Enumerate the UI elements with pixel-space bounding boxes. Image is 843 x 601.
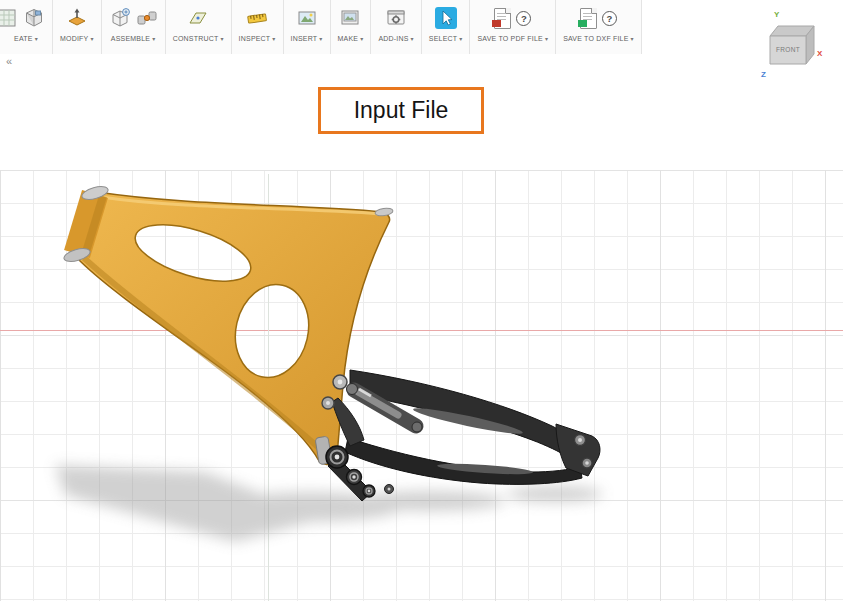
app-window: { "toolbar": { "caret": "▾", "collapse_c… [0,0,843,601]
seat-mast-cap [375,207,394,217]
rear-swingarm[interactable] [315,370,600,501]
rear-dropout [556,424,600,476]
bike-frame-model[interactable] [0,0,843,601]
